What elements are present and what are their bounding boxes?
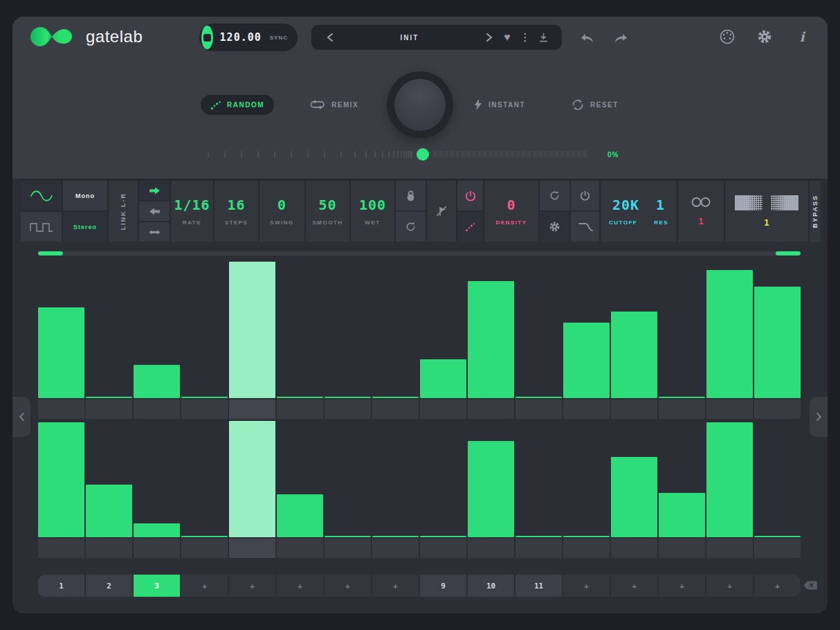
step-bar[interactable] (372, 397, 419, 398)
filter-controls[interactable]: 20K 1 CUTOFF RES (601, 181, 677, 242)
link-lr-button[interactable]: LINK L-R (109, 181, 138, 242)
step-column-1[interactable] (38, 421, 84, 558)
step-bar[interactable] (86, 397, 132, 398)
step-bar[interactable] (38, 307, 84, 398)
step-column-16[interactable] (754, 260, 801, 419)
step-column-1[interactable] (38, 260, 84, 419)
step-column-4[interactable] (181, 260, 228, 419)
step-footer[interactable] (134, 399, 180, 419)
remix-button[interactable]: REMIX (310, 99, 358, 110)
direction-forward-button[interactable] (139, 181, 170, 200)
step-footer[interactable] (515, 539, 562, 558)
step-bar[interactable] (515, 536, 562, 537)
step-footer[interactable] (38, 399, 84, 419)
wet-control[interactable]: 100 WET (351, 181, 394, 242)
step-bar[interactable] (420, 536, 466, 537)
redo-button[interactable] (612, 29, 630, 47)
loop-range-slider[interactable] (38, 251, 801, 255)
step-footer[interactable] (468, 399, 514, 419)
rate-control[interactable]: 1/16 RATE (171, 181, 213, 242)
step-bar[interactable] (611, 457, 657, 537)
settings-gear-icon[interactable] (756, 28, 774, 46)
step-bar[interactable] (706, 270, 753, 398)
step-column-14[interactable] (659, 260, 705, 419)
step-column-10[interactable] (468, 421, 514, 558)
range-end-handle[interactable] (776, 251, 801, 255)
step-footer[interactable] (229, 539, 275, 558)
step-footer[interactable] (86, 399, 132, 419)
mute-trigger-button[interactable] (427, 181, 456, 242)
step-bar[interactable] (325, 536, 371, 537)
step-bar[interactable] (563, 323, 610, 398)
step-footer[interactable] (134, 539, 180, 558)
filter-type-button[interactable] (571, 212, 599, 242)
sync-toggle[interactable]: SYNC (270, 35, 288, 41)
step-bar[interactable] (754, 287, 801, 398)
step-column-7[interactable] (325, 260, 371, 419)
pattern-slot-4[interactable]: + (181, 575, 228, 597)
midi-settings-icon[interactable] (718, 28, 736, 46)
preset-menu-button[interactable]: ⋮ (516, 28, 534, 46)
mono-button[interactable]: Mono (63, 181, 107, 210)
loop-length-control[interactable]: 1 (678, 181, 724, 242)
step-footer[interactable] (277, 399, 323, 419)
density-control[interactable]: 0 DENSITY (484, 181, 538, 242)
undo-button[interactable] (578, 29, 596, 47)
bypass-button[interactable]: BYPASS (810, 181, 821, 242)
step-footer[interactable] (372, 539, 419, 558)
step-column-9[interactable] (420, 260, 466, 419)
filter-power-button[interactable] (571, 181, 599, 210)
random-button[interactable]: RANDOM (201, 95, 274, 115)
step-footer[interactable] (325, 539, 371, 558)
step-footer[interactable] (86, 539, 132, 558)
step-bar[interactable] (86, 485, 132, 537)
reset-button[interactable]: RESET (572, 99, 619, 111)
step-footer[interactable] (515, 399, 562, 419)
randomizer-knob[interactable] (387, 71, 453, 138)
favorite-button[interactable]: ♥ (498, 28, 516, 46)
step-column-6[interactable] (277, 260, 323, 419)
random-amount-slider[interactable]: 0% (208, 148, 619, 161)
step-bar[interactable] (277, 397, 323, 398)
pattern-slot-2[interactable]: 2 (86, 575, 132, 597)
step-column-3[interactable] (134, 421, 180, 558)
waveform-sine-button[interactable] (21, 181, 62, 210)
instant-button[interactable]: INSTANT (474, 99, 525, 110)
step-bar[interactable] (468, 281, 514, 398)
step-footer[interactable] (563, 399, 610, 419)
step-footer[interactable] (754, 399, 801, 419)
range-start-handle[interactable] (38, 251, 63, 255)
step-bar[interactable] (134, 365, 180, 398)
step-footer[interactable] (38, 539, 84, 558)
step-column-10[interactable] (468, 260, 514, 419)
step-footer[interactable] (229, 399, 275, 419)
step-footer[interactable] (659, 539, 705, 558)
step-footer[interactable] (706, 399, 753, 419)
step-bar[interactable] (563, 536, 610, 537)
step-footer[interactable] (468, 539, 514, 558)
density-power-button[interactable] (457, 181, 483, 210)
density-random-button[interactable] (457, 212, 483, 242)
step-column-12[interactable] (563, 421, 610, 558)
pattern-slot-9[interactable]: 9 (420, 575, 466, 597)
step-footer[interactable] (563, 539, 610, 558)
step-column-15[interactable] (706, 260, 753, 419)
waveform-square-button[interactable] (21, 212, 62, 242)
smooth-control[interactable]: 50 SMOOTH (306, 181, 349, 242)
pattern-slot-1[interactable]: 1 (38, 575, 84, 597)
filter-refresh-button[interactable] (540, 181, 569, 210)
delete-pattern-button[interactable] (803, 580, 818, 591)
step-footer[interactable] (611, 399, 657, 419)
pattern-slot-3[interactable]: 3 (134, 575, 180, 597)
step-bar[interactable] (38, 422, 84, 537)
pattern-slot-13[interactable]: + (611, 575, 657, 597)
stereo-button[interactable]: Stereo (63, 212, 107, 242)
step-footer[interactable] (706, 539, 753, 558)
pattern-slot-15[interactable]: + (706, 575, 753, 597)
steps-control[interactable]: 16 STEPS (214, 181, 258, 242)
noise-control[interactable]: 1 (725, 181, 808, 242)
step-column-11[interactable] (515, 421, 562, 558)
slider-handle[interactable] (417, 148, 429, 161)
step-column-15[interactable] (706, 421, 753, 558)
step-bar[interactable] (277, 494, 323, 537)
